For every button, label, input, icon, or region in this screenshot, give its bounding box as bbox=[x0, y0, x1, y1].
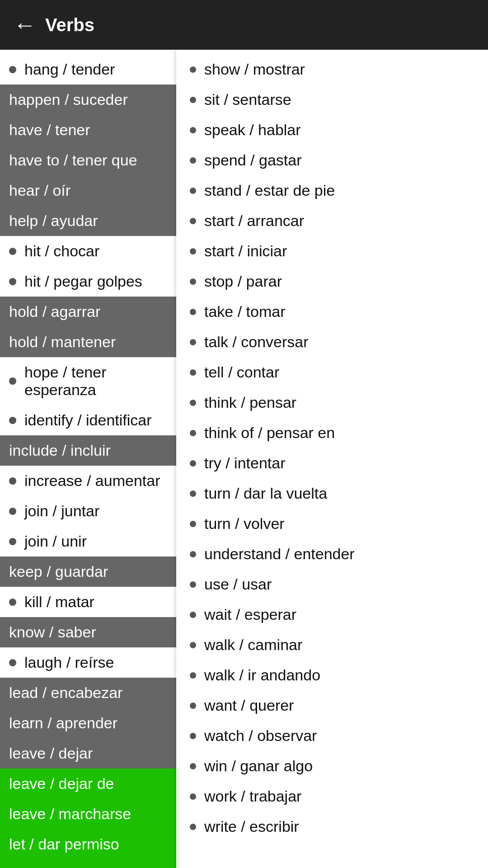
right-list-item[interactable]: turn / dar la vuelta bbox=[176, 478, 488, 509]
bullet-icon bbox=[9, 377, 16, 385]
list-item[interactable]: hold / mantener bbox=[0, 327, 176, 357]
list-item-text: keep / guardar bbox=[9, 563, 108, 580]
right-item-text: watch / observar bbox=[204, 727, 317, 745]
bullet-icon bbox=[190, 248, 196, 255]
right-list-item[interactable]: think / pensar bbox=[176, 387, 488, 418]
list-item-text: laugh / reírse bbox=[24, 654, 114, 671]
bullet-icon bbox=[9, 599, 16, 606]
bullet-icon bbox=[9, 659, 16, 666]
right-list-item[interactable]: take / tomar bbox=[176, 297, 488, 327]
right-list-item[interactable]: win / ganar algo bbox=[176, 751, 488, 781]
bullet-icon bbox=[190, 612, 196, 618]
list-item[interactable]: kill / matar bbox=[0, 587, 176, 617]
list-item-text: learn / aprender bbox=[9, 714, 117, 732]
bullet-icon bbox=[190, 127, 196, 133]
list-item[interactable]: leave / dejar bbox=[0, 738, 176, 769]
bullet-icon bbox=[190, 672, 196, 679]
bullet-icon bbox=[190, 581, 196, 588]
list-item[interactable]: hold / agarrar bbox=[0, 297, 176, 327]
right-list-item[interactable]: stand / estar de pie bbox=[176, 175, 488, 206]
right-list-item[interactable]: talk / conversar bbox=[176, 327, 488, 357]
right-list-item[interactable]: want / querer bbox=[176, 690, 488, 721]
back-button[interactable]: ← bbox=[14, 12, 36, 38]
right-list-item[interactable]: walk / ir andando bbox=[176, 660, 488, 690]
right-list-item[interactable]: work / trabajar bbox=[176, 781, 488, 811]
list-item-text: help / ayudar bbox=[9, 212, 98, 230]
right-item-text: speak / hablar bbox=[204, 121, 301, 139]
right-item-text: tell / contar bbox=[204, 363, 279, 381]
bullet-icon bbox=[190, 824, 196, 830]
right-list-item[interactable]: show / mostrar bbox=[176, 54, 488, 85]
list-item[interactable]: let / permitir bbox=[0, 859, 176, 868]
list-item-text: include / incluir bbox=[9, 442, 111, 459]
right-list-item[interactable]: try / intentar bbox=[176, 448, 488, 478]
list-item[interactable]: increase / aumentar bbox=[0, 466, 176, 496]
list-item[interactable]: learn / aprender bbox=[0, 708, 176, 738]
list-item[interactable]: help / ayudar bbox=[0, 206, 176, 236]
right-item-text: turn / volver bbox=[204, 515, 285, 533]
list-item[interactable]: hit / chocar bbox=[0, 236, 176, 266]
list-item[interactable]: have to / tener que bbox=[0, 145, 176, 175]
right-list-item[interactable]: think of / pensar en bbox=[176, 418, 488, 448]
right-list-item[interactable]: walk / caminar bbox=[176, 630, 488, 660]
right-item-text: spend / gastar bbox=[204, 151, 301, 169]
bullet-icon bbox=[9, 417, 16, 424]
right-item-text: stand / estar de pie bbox=[204, 182, 335, 199]
list-item-text: let / dar permiso bbox=[9, 835, 119, 853]
right-item-text: turn / dar la vuelta bbox=[204, 485, 327, 502]
bullet-icon bbox=[190, 278, 196, 285]
bullet-icon bbox=[190, 188, 196, 194]
list-item[interactable]: let / dar permiso bbox=[0, 829, 176, 859]
list-item[interactable]: join / unir bbox=[0, 526, 176, 557]
list-item[interactable]: identify / identificar bbox=[0, 405, 176, 435]
right-item-text: walk / caminar bbox=[204, 636, 302, 654]
main-content: hang / tenderhappen / sucederhave / tene… bbox=[0, 50, 488, 868]
list-item[interactable]: leave / dejar de bbox=[0, 769, 176, 799]
bullet-icon bbox=[190, 430, 196, 436]
right-item-text: understand / entender bbox=[204, 545, 355, 563]
right-list-item[interactable]: start / iniciar bbox=[176, 236, 488, 266]
list-item[interactable]: include / incluir bbox=[0, 435, 176, 466]
bullet-icon bbox=[190, 157, 196, 164]
list-item-text: hope / tener esperanza bbox=[24, 363, 167, 399]
list-item-text: hold / agarrar bbox=[9, 303, 100, 321]
bullet-icon bbox=[190, 733, 196, 739]
bullet-icon bbox=[190, 66, 196, 73]
right-list-item[interactable]: understand / entender bbox=[176, 539, 488, 569]
bullet-icon bbox=[190, 763, 196, 769]
list-item[interactable]: happen / suceder bbox=[0, 85, 176, 115]
list-item[interactable]: have / tener bbox=[0, 115, 176, 145]
list-item[interactable]: hear / oír bbox=[0, 175, 176, 206]
list-item[interactable]: join / juntar bbox=[0, 496, 176, 526]
right-list-item[interactable]: stop / parar bbox=[176, 266, 488, 297]
bullet-icon bbox=[9, 538, 16, 545]
list-item[interactable]: leave / marcharse bbox=[0, 799, 176, 829]
right-list-item[interactable]: use / usar bbox=[176, 569, 488, 599]
list-item[interactable]: lead / encabezar bbox=[0, 678, 176, 708]
right-list-item[interactable]: sit / sentarse bbox=[176, 85, 488, 115]
list-item[interactable]: hit / pegar golpes bbox=[0, 266, 176, 297]
bullet-icon bbox=[190, 642, 196, 648]
right-list-item[interactable]: turn / volver bbox=[176, 509, 488, 539]
list-item[interactable]: keep / guardar bbox=[0, 557, 176, 587]
list-item[interactable]: know / saber bbox=[0, 617, 176, 647]
list-item[interactable]: hope / tener esperanza bbox=[0, 357, 176, 405]
right-item-text: show / mostrar bbox=[204, 61, 305, 78]
right-item-text: want / querer bbox=[204, 697, 294, 714]
right-list-item[interactable]: spend / gastar bbox=[176, 145, 488, 175]
bullet-icon bbox=[190, 703, 196, 709]
list-item[interactable]: hang / tender bbox=[0, 54, 176, 85]
right-list-item[interactable]: start / arrancar bbox=[176, 206, 488, 236]
right-list-item[interactable]: wait / esperar bbox=[176, 599, 488, 630]
list-item[interactable]: laugh / reírse bbox=[0, 647, 176, 678]
bullet-icon bbox=[9, 278, 16, 285]
list-item-text: lead / encabezar bbox=[9, 684, 122, 702]
right-list-item[interactable]: tell / contar bbox=[176, 357, 488, 387]
right-list-item[interactable]: speak / hablar bbox=[176, 115, 488, 145]
right-list-item[interactable]: write / escribir bbox=[176, 811, 488, 842]
right-list-item[interactable]: watch / observar bbox=[176, 721, 488, 751]
right-item-text: walk / ir andando bbox=[204, 666, 320, 684]
bullet-icon bbox=[9, 477, 16, 485]
bullet-icon bbox=[9, 66, 16, 73]
list-item-text: have to / tener que bbox=[9, 151, 137, 169]
